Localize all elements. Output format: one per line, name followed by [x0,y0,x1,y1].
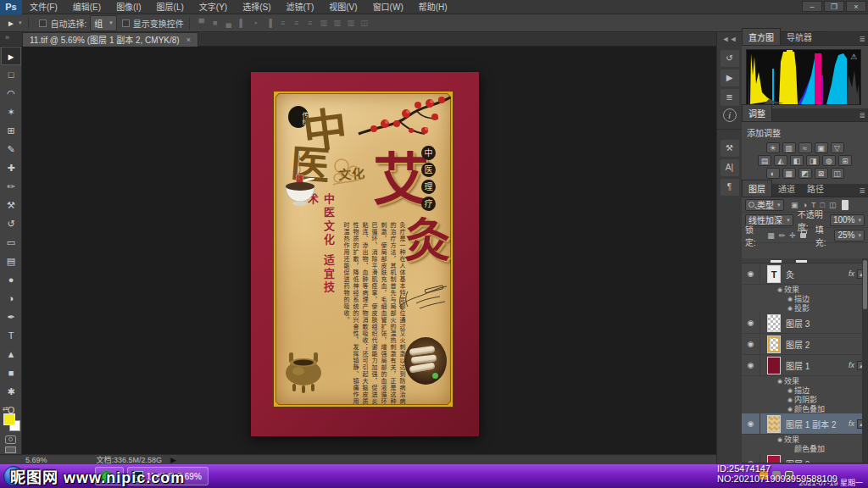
marquee-tool[interactable]: □ [1,65,21,84]
character-panel-icon[interactable]: A| [721,159,739,176]
effect-eye-icon[interactable]: ◉ [776,436,784,443]
move-tool[interactable]: ► [1,47,21,65]
panel-menu-icon[interactable]: ≣ [859,35,865,43]
effect-row-投影[interactable]: ◉投影 [742,303,868,313]
effect-eye-icon[interactable]: ◉ [786,387,794,394]
panel-menu-icon[interactable]: ≣ [859,186,865,195]
path-select-tool[interactable]: ▲ [1,345,21,363]
quick-mask-button[interactable] [5,435,16,444]
document-tab[interactable]: 11.tif @ 5.69% (图层 1 副本 2, CMYK/8) × [22,32,198,47]
show-transform-checkbox[interactable] [122,19,130,27]
layer-row-图层 1[interactable]: ◉图层 1fx▴ [742,355,868,376]
adjustment-color-balance-icon[interactable]: ◭ [774,155,787,166]
menu-滤镜(T)[interactable]: 滤镜(T) [279,0,322,14]
filter-type-icon-4[interactable]: ◫ [829,201,837,209]
minimize-button[interactable]: – [802,1,822,12]
effect-eye-icon[interactable]: ◉ [786,406,794,413]
magic-wand-tool[interactable]: ✶ [1,103,21,121]
effect-row-颜色叠加[interactable]: 颜色叠加 [742,444,868,453]
gradient-tool[interactable]: ▤ [1,252,21,270]
visibility-eye-icon[interactable]: ◉ [742,334,760,354]
shape-tool[interactable]: ■ [1,363,21,382]
visibility-eye-icon[interactable]: ◉ [742,413,760,434]
screen-mode-button[interactable] [5,446,16,453]
effect-row-颜色叠加[interactable]: ◉颜色叠加 [742,404,868,413]
layers-scrollbar[interactable] [862,258,868,463]
lock-icon-1[interactable]: ✏ [779,231,786,240]
layer-row-图层 3[interactable]: ◉图层 3 [742,313,868,334]
visibility-eye-icon[interactable]: ◉ [742,355,760,375]
poster-document[interactable]: 传统 中 医 文化 艾 灸 中医理疗 灸疗是一种在人体基本特定部位通过艾 [251,72,479,436]
adjustment-vibrance-icon[interactable]: ▽ [831,142,844,153]
eraser-tool[interactable]: ▭ [1,233,21,252]
filter-kind-dropdown[interactable]: 类型 ▾ [745,199,784,211]
blur-tool[interactable]: ● [1,270,21,289]
adjustment-brightness-contrast-icon[interactable]: ☀ [766,142,780,153]
tab-close-icon[interactable]: × [186,33,191,47]
tab-channels[interactable]: 通道 [772,180,801,197]
tab-navigator[interactable]: 导航器 [781,29,818,45]
adjustment-channel-mixer-icon[interactable]: ◍ [822,155,836,166]
adjustment-exposure-icon[interactable]: ▣ [815,142,828,153]
close-button[interactable]: × [846,1,866,12]
tab-adjustments[interactable]: 调整 [742,104,772,121]
adjustment-threshold-icon[interactable]: ◩ [798,168,812,179]
adjustment-gradient-map-icon[interactable]: ◫ [831,168,844,179]
effect-eye-icon[interactable]: ◉ [786,305,794,312]
brush-tool[interactable]: ✏ [1,177,21,196]
menu-窗口(W)[interactable]: 窗口(W) [365,0,411,14]
menu-图层(L)[interactable]: 图层(L) [149,0,192,14]
clone-source-panel-icon[interactable]: ⚒ [721,140,739,157]
auto-select-checkbox[interactable] [39,19,47,27]
adjustment-photo-filter-icon[interactable]: ◨ [806,155,820,166]
layer-row-灸[interactable]: ◉T灸fx▴ [742,263,868,285]
menu-文件(F)[interactable]: 文件(F) [22,0,65,14]
visibility-eye-icon[interactable]: ◉ [742,313,760,333]
layer-row-图层 0[interactable]: ◉图层 0 [742,453,868,463]
menu-文字(Y)[interactable]: 文字(Y) [192,0,235,14]
menu-图像(I)[interactable]: 图像(I) [108,0,148,14]
dodge-tool[interactable]: ◑ [1,289,21,308]
layer-row-图层 2[interactable]: ◉图层 2 [742,334,868,355]
clone-stamp-tool[interactable]: ⚒ [1,196,21,214]
opacity-field[interactable]: 100% ▾ [830,214,865,226]
info-panel-icon[interactable]: i [723,108,737,122]
hand-tool[interactable]: ✱ [1,382,21,401]
toolbar-collapse-icon[interactable]: » [5,33,9,42]
menu-编辑(E)[interactable]: 编辑(E) [65,0,108,14]
adjustment-invert-icon[interactable]: ◐ [766,168,780,179]
adjustment-selective-color-icon[interactable]: ⊠ [815,168,828,179]
adjustment-color-lookup-icon[interactable]: ⊞ [838,155,852,166]
visibility-eye-icon[interactable]: ◉ [742,263,760,284]
status-options-arrow-icon[interactable]: ▶ [170,456,176,464]
effect-eye-icon[interactable]: ◉ [786,396,794,403]
adjustment-levels-icon[interactable]: ▥ [782,142,796,153]
effect-eye-icon[interactable]: ◉ [776,378,784,385]
adjustment-black-white-icon[interactable]: ◧ [790,155,804,166]
layer-row-图层 1 副本 2[interactable]: ◉图层 1 副本 2fx▴ [742,413,868,435]
foreground-color-swatch[interactable] [3,413,15,425]
swap-colors-icon[interactable]: ⇄ [3,405,8,413]
fill-field[interactable]: 25% ▾ [834,230,865,241]
tab-histogram[interactable]: 直方图 [742,28,781,45]
tab-layers[interactable]: 图层 [742,180,772,197]
lock-icon-0[interactable]: ▦ [767,231,775,240]
histogram-refresh-warning-icon[interactable]: ⚠ [850,53,857,61]
panel-menu-icon[interactable]: ≣ [859,111,865,119]
measure-log-panel-icon[interactable]: ≣ [721,89,739,106]
restore-button[interactable]: ❐ [824,1,844,12]
collapse-panels-icon[interactable]: ◄◄ [717,32,742,47]
crop-tool[interactable]: ⊞ [1,121,21,140]
history-panel-icon[interactable]: ↺ [721,50,739,67]
adjustment-posterize-icon[interactable]: ▦ [782,168,796,179]
lock-icon-2[interactable]: ✛ [789,231,796,240]
eyedropper-tool[interactable]: ✎ [1,140,21,158]
menu-选择(S)[interactable]: 选择(S) [235,0,278,14]
visibility-eye-icon[interactable]: ◉ [742,453,760,463]
adjustment-curves-icon[interactable]: ≈ [798,142,812,153]
tab-paths[interactable]: 路径 [801,180,830,197]
type-tool[interactable]: T [1,326,21,345]
paragraph-panel-icon[interactable]: ¶ [721,179,739,196]
effect-eye-icon[interactable]: ◉ [786,296,794,302]
history-brush-tool[interactable]: ↺ [1,214,21,233]
